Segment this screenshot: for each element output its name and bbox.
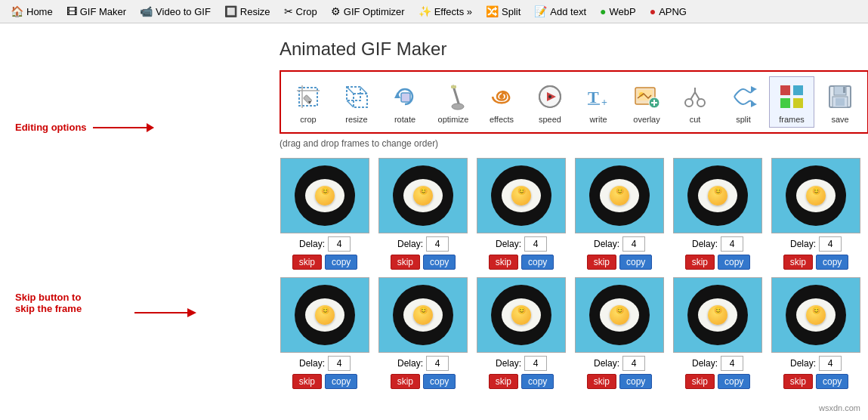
copy-button[interactable]: copy bbox=[718, 374, 750, 389]
delay-input[interactable] bbox=[721, 356, 743, 371]
svg-line-10 bbox=[347, 100, 354, 107]
nav-gif-maker[interactable]: 🎞GIF Maker bbox=[60, 3, 132, 20]
skip-button[interactable]: skip bbox=[489, 255, 518, 270]
egg-face: 😊 bbox=[806, 188, 826, 195]
annotation-skip-button: Skip button to skip the frame bbox=[15, 292, 136, 314]
skip-button[interactable]: skip bbox=[685, 255, 715, 270]
delay-input[interactable] bbox=[819, 356, 842, 371]
copy-button[interactable]: copy bbox=[619, 374, 652, 389]
delay-label: Delay: bbox=[299, 239, 325, 249]
frame-cell: 3 😊 Delay: bbox=[476, 158, 567, 270]
tool-write[interactable]: T + write bbox=[576, 77, 621, 127]
svg-rect-39 bbox=[780, 98, 790, 108]
frame-btn-row: skip copy bbox=[685, 374, 751, 389]
skip-button[interactable]: skip bbox=[685, 374, 715, 389]
skip-button[interactable]: skip bbox=[587, 255, 616, 270]
frame-btn-row: skip copy bbox=[685, 255, 751, 270]
copy-button[interactable]: copy bbox=[619, 255, 652, 270]
tool-effects[interactable]: effects bbox=[479, 77, 524, 127]
frame-delay-row: Delay: bbox=[496, 356, 547, 371]
tool-cut[interactable]: cut bbox=[672, 77, 718, 127]
skip-button[interactable]: skip bbox=[587, 374, 616, 389]
nav-add-text[interactable]: 📝Add text bbox=[528, 3, 592, 20]
frames-grid: 1 😊 Delay: bbox=[280, 158, 845, 389]
egg-plate: 😊 bbox=[295, 285, 355, 345]
tool-split[interactable]: split bbox=[721, 77, 766, 127]
nav-effects[interactable]: ✨Effects » bbox=[412, 3, 478, 20]
skip-button[interactable]: skip bbox=[783, 374, 813, 389]
nav-gif-optimizer[interactable]: ⚙GIF Optimizer bbox=[325, 3, 411, 20]
delay-input[interactable] bbox=[426, 356, 449, 371]
tool-speed[interactable]: speed bbox=[527, 77, 573, 127]
egg-face: 😊 bbox=[708, 188, 727, 195]
frame-cell: 10 😊 Delay: bbox=[574, 277, 665, 389]
delay-label: Delay: bbox=[299, 358, 325, 369]
copy-button[interactable]: copy bbox=[325, 255, 357, 270]
delay-input[interactable] bbox=[622, 236, 645, 252]
nav-home[interactable]: 🏠Home bbox=[5, 3, 59, 20]
egg-face: 😊 bbox=[610, 188, 629, 195]
egg-yolk: 😊 bbox=[511, 186, 531, 205]
skip-button[interactable]: skip bbox=[292, 255, 322, 270]
nav-video-to-gif[interactable]: 📹Video to GIF bbox=[134, 3, 217, 20]
svg-point-14 bbox=[452, 103, 464, 110]
tool-frames[interactable]: frames bbox=[769, 76, 814, 128]
nav-split[interactable]: 🔀Split bbox=[480, 3, 527, 20]
nav-apng[interactable]: ●APNG bbox=[644, 3, 693, 20]
delay-input[interactable] bbox=[524, 356, 547, 371]
frame-cell: 8 😊 Delay: bbox=[378, 277, 468, 389]
egg-yolk: 😊 bbox=[806, 186, 826, 205]
skip-button[interactable]: skip bbox=[391, 374, 420, 389]
delay-input[interactable] bbox=[721, 236, 743, 252]
skip-button[interactable]: skip bbox=[391, 255, 420, 270]
egg-face: 😊 bbox=[806, 307, 826, 314]
skip-button[interactable]: skip bbox=[292, 374, 322, 389]
svg-line-33 bbox=[695, 92, 700, 100]
egg-plate: 😊 bbox=[491, 285, 551, 345]
svg-marker-35 bbox=[751, 86, 757, 92]
copy-button[interactable]: copy bbox=[521, 374, 554, 389]
delay-input[interactable] bbox=[819, 236, 842, 252]
delay-input[interactable] bbox=[328, 356, 351, 371]
tool-crop[interactable]: crop bbox=[286, 77, 331, 127]
frame-btn-row: skip copy bbox=[587, 255, 653, 270]
tool-frames-label: frames bbox=[779, 115, 805, 124]
svg-point-31 bbox=[697, 99, 705, 107]
egg-face: 😊 bbox=[413, 307, 433, 314]
annotation-skip-arrow bbox=[134, 301, 202, 324]
copy-button[interactable]: copy bbox=[718, 255, 750, 270]
tool-speed-label: speed bbox=[539, 115, 561, 124]
tool-overlay[interactable]: overlay bbox=[624, 77, 669, 127]
skip-button[interactable]: skip bbox=[783, 255, 813, 270]
frame-delay-row: Delay: bbox=[496, 236, 547, 252]
tool-resize[interactable]: resize bbox=[334, 77, 379, 127]
egg-face: 😊 bbox=[315, 188, 335, 195]
frame-image: 11 😊 bbox=[673, 277, 762, 353]
frame-delay-row: Delay: bbox=[790, 236, 842, 252]
egg-plate: 😊 bbox=[589, 285, 650, 345]
copy-button[interactable]: copy bbox=[423, 374, 456, 389]
egg-face: 😊 bbox=[413, 188, 433, 195]
egg-plate: 😊 bbox=[393, 165, 453, 226]
copy-button[interactable]: copy bbox=[521, 255, 554, 270]
nav-webp[interactable]: ●WebP bbox=[594, 3, 642, 20]
copy-button[interactable]: copy bbox=[816, 374, 848, 389]
delay-input[interactable] bbox=[328, 236, 351, 252]
delay-input[interactable] bbox=[524, 236, 547, 252]
copy-button[interactable]: copy bbox=[325, 374, 357, 389]
frame-delay-row: Delay: bbox=[692, 356, 743, 371]
delay-input[interactable] bbox=[426, 236, 449, 252]
svg-line-8 bbox=[347, 87, 354, 94]
tool-rotate[interactable]: rotate bbox=[382, 77, 428, 127]
delay-input[interactable] bbox=[622, 356, 645, 371]
cut-icon bbox=[678, 80, 712, 113]
skip-button[interactable]: skip bbox=[489, 374, 518, 389]
tool-optimize[interactable]: optimize bbox=[431, 77, 476, 127]
copy-button[interactable]: copy bbox=[816, 255, 848, 270]
nav-crop[interactable]: ✂Crop bbox=[278, 3, 323, 20]
nav-resize[interactable]: 🔲Resize bbox=[218, 3, 276, 20]
svg-rect-12 bbox=[401, 93, 410, 102]
frame-btn-row: skip copy bbox=[489, 255, 554, 270]
copy-button[interactable]: copy bbox=[423, 255, 456, 270]
tool-save[interactable]: save bbox=[817, 77, 863, 127]
